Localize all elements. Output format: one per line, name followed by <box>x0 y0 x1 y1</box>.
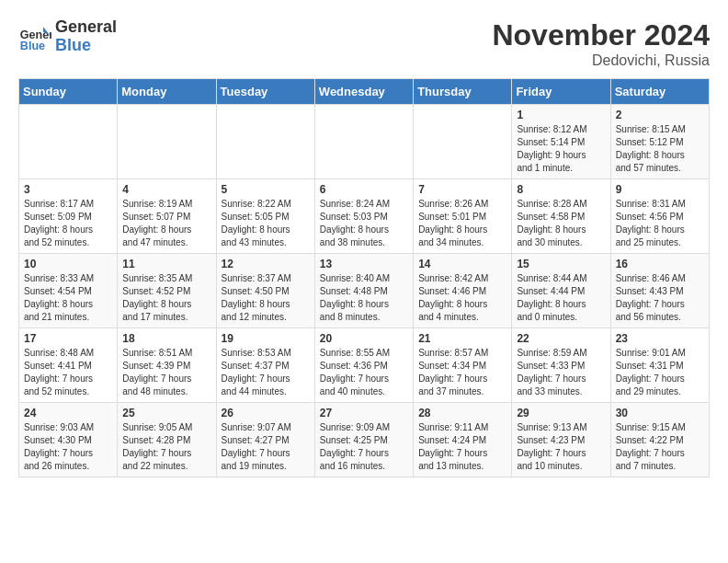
day-info: Sunrise: 9:03 AMSunset: 4:30 PMDaylight:… <box>24 421 112 473</box>
day-info: Sunrise: 9:07 AMSunset: 4:27 PMDaylight:… <box>222 421 310 473</box>
day-info: Sunrise: 8:35 AMSunset: 4:52 PMDaylight:… <box>122 272 210 324</box>
day-cell: 24Sunrise: 9:03 AMSunset: 4:30 PMDayligh… <box>19 403 118 477</box>
day-number: 10 <box>24 258 112 270</box>
day-number: 26 <box>222 407 310 419</box>
day-info: Sunrise: 8:26 AMSunset: 5:01 PMDaylight:… <box>418 198 506 249</box>
day-info: Sunrise: 8:48 AMSunset: 4:41 PMDaylight:… <box>24 347 112 398</box>
day-info: Sunrise: 8:24 AMSunset: 5:03 PMDaylight:… <box>320 198 408 249</box>
day-info: Sunrise: 8:44 AMSunset: 4:44 PMDaylight:… <box>517 272 605 324</box>
logo-icon: General Blue <box>18 20 51 53</box>
day-cell: 13Sunrise: 8:40 AMSunset: 4:48 PMDayligh… <box>314 254 413 328</box>
day-number: 13 <box>320 258 408 270</box>
day-number: 19 <box>222 332 310 345</box>
day-cell: 10Sunrise: 8:33 AMSunset: 4:54 PMDayligh… <box>19 254 118 328</box>
day-number: 18 <box>122 332 210 345</box>
day-cell <box>314 105 413 179</box>
week-row-5: 24Sunrise: 9:03 AMSunset: 4:30 PMDayligh… <box>19 403 710 477</box>
day-cell: 22Sunrise: 8:59 AMSunset: 4:33 PMDayligh… <box>512 328 610 403</box>
day-number: 4 <box>122 183 210 196</box>
day-cell: 14Sunrise: 8:42 AMSunset: 4:46 PMDayligh… <box>414 254 512 328</box>
day-number: 7 <box>418 183 506 196</box>
day-cell: 16Sunrise: 8:46 AMSunset: 4:43 PMDayligh… <box>610 254 709 328</box>
day-number: 5 <box>222 183 310 196</box>
day-info: Sunrise: 8:17 AMSunset: 5:09 PMDaylight:… <box>24 198 112 249</box>
day-header-monday: Monday <box>118 79 216 105</box>
day-cell <box>414 105 512 179</box>
day-info: Sunrise: 8:19 AMSunset: 5:07 PMDaylight:… <box>122 198 210 249</box>
day-number: 27 <box>320 407 408 419</box>
day-info: Sunrise: 9:15 AMSunset: 4:22 PMDaylight:… <box>616 421 704 473</box>
logo-text: General Blue <box>55 18 117 55</box>
day-info: Sunrise: 8:46 AMSunset: 4:43 PMDaylight:… <box>616 272 704 324</box>
day-info: Sunrise: 9:11 AMSunset: 4:24 PMDaylight:… <box>418 421 506 473</box>
day-cell: 21Sunrise: 8:57 AMSunset: 4:34 PMDayligh… <box>414 328 512 403</box>
week-row-4: 17Sunrise: 8:48 AMSunset: 4:41 PMDayligh… <box>19 328 710 403</box>
day-number: 25 <box>122 407 210 419</box>
calendar: SundayMondayTuesdayWednesdayThursdayFrid… <box>18 78 710 477</box>
day-number: 21 <box>418 332 506 345</box>
day-cell: 9Sunrise: 8:31 AMSunset: 4:56 PMDaylight… <box>610 179 709 254</box>
week-row-2: 3Sunrise: 8:17 AMSunset: 5:09 PMDaylight… <box>19 179 710 254</box>
day-cell <box>216 105 314 179</box>
month-title: November 2024 <box>492 18 710 52</box>
day-cell: 17Sunrise: 8:48 AMSunset: 4:41 PMDayligh… <box>19 328 118 403</box>
day-number: 28 <box>418 407 506 419</box>
day-cell: 8Sunrise: 8:28 AMSunset: 4:58 PMDaylight… <box>512 179 610 254</box>
day-cell: 23Sunrise: 9:01 AMSunset: 4:31 PMDayligh… <box>610 328 709 403</box>
day-cell: 15Sunrise: 8:44 AMSunset: 4:44 PMDayligh… <box>512 254 610 328</box>
day-cell: 25Sunrise: 9:05 AMSunset: 4:28 PMDayligh… <box>118 403 216 477</box>
day-info: Sunrise: 8:40 AMSunset: 4:48 PMDaylight:… <box>320 272 408 324</box>
day-info: Sunrise: 8:28 AMSunset: 4:58 PMDaylight:… <box>517 198 605 249</box>
day-cell: 18Sunrise: 8:51 AMSunset: 4:39 PMDayligh… <box>118 328 216 403</box>
day-cell: 7Sunrise: 8:26 AMSunset: 5:01 PMDaylight… <box>414 179 512 254</box>
day-number: 8 <box>517 183 605 196</box>
day-number: 24 <box>24 407 112 419</box>
day-cell: 26Sunrise: 9:07 AMSunset: 4:27 PMDayligh… <box>216 403 314 477</box>
day-cell <box>19 105 118 179</box>
day-number: 30 <box>616 407 704 419</box>
day-number: 6 <box>320 183 408 196</box>
day-number: 23 <box>616 332 704 345</box>
page-header: General Blue General Blue November 2024 … <box>18 18 710 69</box>
logo: General Blue General Blue <box>18 18 117 55</box>
day-cell: 4Sunrise: 8:19 AMSunset: 5:07 PMDaylight… <box>118 179 216 254</box>
day-info: Sunrise: 9:13 AMSunset: 4:23 PMDaylight:… <box>517 421 605 473</box>
day-cell: 3Sunrise: 8:17 AMSunset: 5:09 PMDaylight… <box>19 179 118 254</box>
day-info: Sunrise: 9:01 AMSunset: 4:31 PMDaylight:… <box>616 347 704 398</box>
day-header-thursday: Thursday <box>414 79 512 105</box>
day-number: 20 <box>320 332 408 345</box>
day-cell: 5Sunrise: 8:22 AMSunset: 5:05 PMDaylight… <box>216 179 314 254</box>
day-number: 16 <box>616 258 704 270</box>
day-cell: 19Sunrise: 8:53 AMSunset: 4:37 PMDayligh… <box>216 328 314 403</box>
day-info: Sunrise: 8:57 AMSunset: 4:34 PMDaylight:… <box>418 347 506 398</box>
day-header-tuesday: Tuesday <box>216 79 314 105</box>
day-number: 1 <box>517 109 605 121</box>
day-header-friday: Friday <box>512 79 610 105</box>
day-info: Sunrise: 8:42 AMSunset: 4:46 PMDaylight:… <box>418 272 506 324</box>
day-info: Sunrise: 8:55 AMSunset: 4:36 PMDaylight:… <box>320 347 408 398</box>
day-cell: 29Sunrise: 9:13 AMSunset: 4:23 PMDayligh… <box>512 403 610 477</box>
day-header-saturday: Saturday <box>610 79 709 105</box>
day-cell: 6Sunrise: 8:24 AMSunset: 5:03 PMDaylight… <box>314 179 413 254</box>
day-cell: 11Sunrise: 8:35 AMSunset: 4:52 PMDayligh… <box>118 254 216 328</box>
day-cell <box>118 105 216 179</box>
day-number: 3 <box>24 183 112 196</box>
day-header-sunday: Sunday <box>19 79 118 105</box>
day-number: 15 <box>517 258 605 270</box>
day-info: Sunrise: 8:22 AMSunset: 5:05 PMDaylight:… <box>222 198 310 249</box>
day-number: 2 <box>616 109 704 121</box>
day-number: 12 <box>222 258 310 270</box>
day-cell: 1Sunrise: 8:12 AMSunset: 5:14 PMDaylight… <box>512 105 610 179</box>
day-cell: 30Sunrise: 9:15 AMSunset: 4:22 PMDayligh… <box>610 403 709 477</box>
day-cell: 2Sunrise: 8:15 AMSunset: 5:12 PMDaylight… <box>610 105 709 179</box>
day-info: Sunrise: 8:31 AMSunset: 4:56 PMDaylight:… <box>616 198 704 249</box>
day-info: Sunrise: 8:15 AMSunset: 5:12 PMDaylight:… <box>616 123 704 175</box>
day-info: Sunrise: 8:59 AMSunset: 4:33 PMDaylight:… <box>517 347 605 398</box>
day-cell: 27Sunrise: 9:09 AMSunset: 4:25 PMDayligh… <box>314 403 413 477</box>
week-row-3: 10Sunrise: 8:33 AMSunset: 4:54 PMDayligh… <box>19 254 710 328</box>
day-info: Sunrise: 8:33 AMSunset: 4:54 PMDaylight:… <box>24 272 112 324</box>
day-cell: 12Sunrise: 8:37 AMSunset: 4:50 PMDayligh… <box>216 254 314 328</box>
day-number: 17 <box>24 332 112 345</box>
svg-text:Blue: Blue <box>20 40 45 52</box>
day-number: 11 <box>122 258 210 270</box>
